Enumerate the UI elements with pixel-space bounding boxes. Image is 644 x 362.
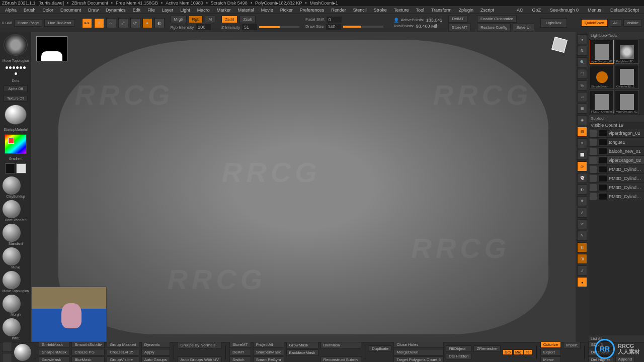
bottom-del-hidden[interactable]: Del Hidden — [446, 353, 472, 359]
liveedit-icon[interactable]: ✎ — [577, 231, 587, 241]
subtool-item[interactable]: tongue1 — [589, 138, 644, 147]
subtool-item[interactable]: PM3D_Cylinder3D5 — [589, 174, 644, 183]
subtool-header[interactable]: Subtool — [589, 115, 644, 122]
rgb-intensity-value[interactable]: 100 — [196, 24, 211, 30]
enable-customize-button[interactable]: Enable Customize — [477, 15, 517, 23]
split-icon[interactable]: ⫽ — [577, 265, 587, 276]
move-mode-button[interactable]: ↔ — [106, 18, 116, 28]
zsub-button[interactable]: Zsub — [239, 16, 256, 23]
scale-mode-button[interactable]: ⤢ — [118, 18, 128, 28]
remesh-icon[interactable]: ◨ — [577, 254, 587, 264]
bottom-close-holes[interactable]: Close Holes — [393, 341, 444, 348]
brush-move topologica[interactable] — [3, 271, 21, 289]
stroke-dots[interactable] — [5, 65, 27, 76]
brush-standard[interactable] — [3, 224, 21, 242]
tool-thumb[interactable]: viperDragon_02 — [615, 90, 639, 114]
rotate-mode-button[interactable]: ⟳ — [130, 18, 140, 28]
local-icon[interactable]: ◉ — [577, 115, 587, 125]
bottom-growmask[interactable]: GrowMask — [286, 342, 318, 348]
floor-icon[interactable]: ▦ — [577, 104, 587, 114]
menu-right-see-through-0[interactable]: See-through 0 — [547, 7, 582, 14]
bottom-colorize[interactable]: Colorize — [540, 341, 561, 348]
bottom-projectall[interactable]: ProjectAll — [253, 341, 284, 348]
material-preview[interactable] — [5, 105, 27, 124]
home-page-button[interactable]: Home Page — [14, 19, 42, 27]
tool-thumb[interactable]: PolyMesh3D — [615, 40, 639, 64]
bot-icon-1[interactable] — [2, 342, 12, 352]
menu-brush[interactable]: Brush — [21, 7, 39, 14]
bottom-import[interactable]: Import — [563, 342, 581, 348]
bottom-ter[interactable]: Ter — [524, 349, 533, 355]
bottom-auto-groups-with-uv[interactable]: Auto Groups With UV — [178, 356, 222, 363]
menu-file[interactable]: File — [144, 7, 158, 14]
tool-thumb[interactable]: PM3D_Cylinder3 — [590, 90, 614, 114]
bottom-mirror[interactable]: Mirror — [540, 356, 561, 362]
brush-claybuildup[interactable] — [3, 176, 21, 195]
color-toggle-icon[interactable]: ● — [577, 277, 587, 287]
tool-thumb[interactable]: viperDragon_02_50 — [590, 40, 614, 64]
bottom-groups-by-normals[interactable]: Groups By Normals — [178, 342, 222, 348]
arrows-icon[interactable]: ⇅ — [577, 46, 587, 56]
menu-color[interactable]: Color — [40, 7, 57, 14]
bottom-blurmask[interactable]: BlurMask — [71, 356, 105, 362]
visibility-icon[interactable] — [590, 193, 597, 200]
zadd-button[interactable]: Zadd — [221, 16, 237, 23]
visibility-icon[interactable] — [590, 184, 597, 191]
alpha-thumbnail[interactable] — [36, 36, 67, 61]
bottom-sharpenmask[interactable]: SharpenMask — [253, 349, 284, 355]
menu-picker[interactable]: Picker — [277, 7, 296, 14]
save-ui-button[interactable]: Save UI — [513, 24, 534, 31]
menu-movie[interactable]: Movie — [258, 7, 276, 14]
draw-size-value[interactable]: 140 — [326, 24, 341, 30]
scale-icon[interactable]: ⤢ — [577, 208, 587, 218]
subtool-item[interactable]: viperDragon_02 — [589, 156, 644, 165]
visibility-icon[interactable] — [590, 175, 597, 182]
aahalf-icon[interactable]: ½ — [577, 80, 587, 90]
all-button[interactable]: All — [610, 19, 621, 27]
bottom-creaselvl-15[interactable]: CreaseLvl 15 — [107, 349, 139, 355]
menu-dynamics[interactable]: Dynamics — [103, 7, 129, 14]
bottom-blurmask[interactable]: BlurMask — [320, 342, 361, 348]
live-boolean-button[interactable]: Live Boolean — [44, 19, 74, 27]
bottom-apply[interactable]: Apply — [141, 349, 170, 355]
render-preview[interactable] — [14, 344, 31, 361]
bottom-group-masked[interactable]: Group Masked — [107, 341, 139, 348]
z-intensity-slider[interactable] — [259, 26, 299, 28]
bottom-sharpenmask[interactable]: SharpenMask — [39, 349, 69, 355]
menu-preferences[interactable]: Preferences — [297, 7, 328, 14]
bot-icon-2[interactable] — [2, 353, 12, 363]
alpha-off-button[interactable]: Alpha Off — [4, 85, 28, 92]
menu-light[interactable]: Light — [177, 7, 193, 14]
bottom-mergedown[interactable]: MergeDown — [393, 349, 444, 355]
bottom-groupvisible[interactable]: GroupVisible — [107, 356, 139, 362]
tool-thumb[interactable]: SimpleBrush — [590, 65, 614, 89]
subtool-item[interactable]: balooh_new_01 — [589, 147, 644, 156]
menu-document[interactable]: Document — [57, 7, 84, 14]
restore-config-button[interactable]: Restore Config — [477, 24, 511, 31]
texture-off-button[interactable]: Texture Off — [4, 95, 28, 102]
menu-tool[interactable]: Tool — [413, 7, 427, 14]
brush-preview[interactable] — [4, 34, 28, 56]
bottom-smart-resym[interactable]: Smart ReSym — [253, 356, 284, 362]
lightbox-header[interactable]: Lightbox▸Tools — [589, 32, 644, 39]
frame-icon[interactable]: ⬜ — [577, 150, 587, 160]
delmt-button[interactable]: DelMT — [448, 15, 467, 23]
menu-layer[interactable]: Layer — [159, 7, 177, 14]
sculptris-button[interactable]: ◐ — [154, 18, 165, 28]
bottom-target-polygons-count-5[interactable]: Target Polygons Count 5 — [393, 356, 444, 362]
brush-inflat[interactable] — [3, 318, 21, 336]
bottom-backfacemask[interactable]: BackfaceMask — [286, 349, 318, 356]
bottom-smoothisubdiv[interactable]: SmoothiSubdiv — [71, 341, 105, 348]
ghost-icon[interactable]: 👻 — [577, 173, 587, 183]
draw-mode-button[interactable]: ✦ — [94, 18, 104, 28]
lightbox-button[interactable]: LightBox — [540, 18, 567, 28]
subtool-item[interactable]: PM3D_Cylinder3D6_3 — [589, 165, 644, 174]
brush-morph[interactable] — [3, 295, 21, 313]
visibility-icon[interactable] — [590, 148, 597, 155]
visibility-icon[interactable] — [590, 139, 597, 146]
quicksave-button[interactable]: QuickSave — [581, 19, 608, 27]
visibility-icon[interactable] — [590, 130, 597, 137]
draw-size-slider[interactable] — [343, 26, 383, 28]
bottom-zremesher[interactable]: ZRemesher — [473, 345, 501, 352]
menu-draw[interactable]: Draw — [85, 7, 102, 14]
